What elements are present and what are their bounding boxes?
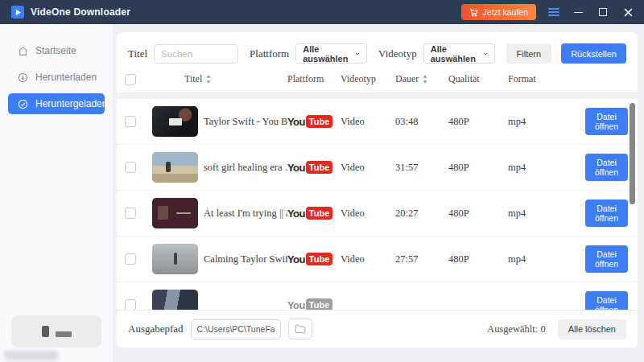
- platform-dropdown-value: Alle auswählen: [303, 44, 350, 64]
- header-platform: Plattform: [287, 73, 341, 85]
- video-thumbnail: [152, 290, 198, 310]
- search-input[interactable]: [154, 44, 238, 64]
- video-duration: 03:48: [395, 116, 448, 128]
- app-logo-icon: [11, 6, 24, 19]
- buy-button-label: Jetzt kaufen: [482, 7, 528, 17]
- sidebar-item-heruntergeladen[interactable]: Heruntergeladen: [8, 93, 105, 114]
- row-checkbox[interactable]: [125, 116, 136, 127]
- sidebar-item-herunterladen[interactable]: Herunterladen: [8, 67, 105, 88]
- youtube-logo: YouTube: [287, 161, 341, 174]
- browse-folder-button[interactable]: [288, 319, 312, 339]
- table-row: Calming Taylor Swift… YouTube Video 27:5…: [117, 237, 638, 282]
- youtube-logo: YouTube: [287, 207, 341, 220]
- filter-bar: Titel Plattform Alle auswählen Videotyp …: [117, 32, 638, 66]
- sidebar-item-label: Heruntergeladen: [35, 98, 107, 109]
- youtube-logo: YouTube: [287, 115, 341, 128]
- title-filter-label: Titel: [128, 47, 147, 60]
- table-header: Titel Plattform Videotyp Dauer Qualität …: [117, 66, 638, 93]
- platform-filter-label: Plattform: [250, 47, 289, 60]
- app-title: VideOne Downloader: [31, 6, 130, 18]
- maximize-icon: [599, 8, 607, 16]
- app-identity: VideOne Downloader: [11, 6, 130, 19]
- open-file-button[interactable]: Datei öffnen: [585, 200, 628, 227]
- header-videotype: Videotyp: [341, 73, 395, 85]
- videotype-dropdown[interactable]: Alle auswählen: [423, 43, 495, 64]
- sidebar-item-startseite[interactable]: Startseite: [8, 40, 105, 61]
- video-thumbnail: [152, 106, 198, 137]
- row-checkbox[interactable]: [125, 162, 136, 173]
- footer-bar: Ausgabepfad Ausgewählt: 0 Alle löschen: [117, 310, 638, 348]
- check-circle-icon: [18, 99, 28, 109]
- sidebar-item-label: Startseite: [35, 45, 76, 56]
- video-thumbnail: [152, 198, 198, 228]
- folder-icon: [295, 324, 306, 334]
- header-duration: Dauer: [395, 73, 448, 85]
- close-icon: [624, 8, 633, 17]
- sort-icon[interactable]: [205, 75, 212, 84]
- open-file-button[interactable]: Datei öffnen: [585, 108, 628, 135]
- buy-button[interactable]: Jetzt kaufen: [461, 4, 536, 20]
- header-format: Format: [508, 73, 585, 85]
- video-quality: 480P: [448, 253, 508, 265]
- selected-count-label: Ausgewählt: 0: [487, 323, 546, 335]
- videotype-dropdown-value: Alle auswählen: [431, 44, 478, 64]
- video-quality: 480P: [448, 208, 508, 220]
- video-format: mp4: [508, 253, 585, 265]
- youtube-logo: YouTube: [287, 253, 341, 265]
- clear-all-button[interactable]: Alle löschen: [558, 319, 626, 339]
- sort-icon[interactable]: [422, 75, 428, 84]
- table-row: YouTube Datei öffnen: [117, 282, 638, 310]
- sidebar: Startseite Herunterladen Heruntergeladen: [0, 24, 113, 362]
- video-type: Video: [341, 162, 395, 174]
- table-row: Taylor Swift - You Be… YouTube Video 03:…: [117, 99, 638, 145]
- maximize-button[interactable]: [597, 6, 609, 19]
- video-title: Taylor Swift - You Be…: [204, 116, 287, 128]
- select-all-checkbox[interactable]: [125, 74, 136, 85]
- chevron-down-icon: [355, 51, 360, 56]
- open-file-button[interactable]: Datei öffnen: [585, 245, 628, 273]
- main-panel: Titel Plattform Alle auswählen Videotyp …: [117, 32, 638, 348]
- video-format: mp4: [508, 162, 585, 174]
- selected-count-value: 0: [540, 323, 545, 335]
- close-button[interactable]: [621, 6, 634, 19]
- titlebar: VideOne Downloader Jetzt kaufen: [0, 0, 644, 24]
- video-type: Video: [341, 253, 395, 265]
- table-row: At least I'm trying || a… YouTube Video …: [117, 191, 638, 237]
- row-checkbox[interactable]: [125, 253, 136, 265]
- video-duration: 31:57: [395, 162, 448, 174]
- row-checkbox[interactable]: [125, 208, 136, 219]
- open-file-button[interactable]: Datei öffnen: [585, 291, 628, 310]
- banner-device-icon: [56, 331, 72, 337]
- open-file-button[interactable]: Datei öffnen: [585, 154, 628, 181]
- video-type: Video: [341, 208, 395, 220]
- video-quality: 480P: [448, 162, 508, 174]
- platform-dropdown[interactable]: Alle auswählen: [295, 43, 367, 64]
- video-title: At least I'm trying || a…: [204, 208, 287, 220]
- sidebar-item-label: Herunterladen: [35, 72, 97, 83]
- header-title: Titel: [152, 73, 287, 85]
- videotype-filter-label: Videotyp: [378, 47, 417, 60]
- banner-figure-icon: [42, 326, 49, 337]
- output-path-label: Ausgabepfad: [128, 323, 184, 335]
- scrollbar-thumb[interactable]: [630, 103, 635, 204]
- video-thumbnail: [152, 244, 198, 274]
- video-title: soft girl healing era …: [204, 162, 287, 174]
- minimize-button[interactable]: [572, 6, 584, 19]
- home-icon: [18, 46, 28, 56]
- video-thumbnail: [152, 152, 198, 183]
- download-list: Taylor Swift - You Be… YouTube Video 03:…: [117, 99, 638, 310]
- output-path-input[interactable]: [191, 319, 281, 339]
- header-quality: Qualität: [448, 73, 508, 85]
- reset-button[interactable]: Rückstellen: [561, 43, 626, 64]
- filter-button[interactable]: Filtern: [506, 43, 552, 64]
- table-separator: [117, 93, 638, 99]
- menu-icon[interactable]: [548, 8, 559, 16]
- video-title: Calming Taylor Swift…: [204, 253, 287, 265]
- sidebar-watermark: [5, 351, 58, 360]
- youtube-logo: YouTube: [287, 298, 341, 310]
- video-format: mp4: [508, 208, 585, 220]
- row-checkbox[interactable]: [125, 299, 136, 310]
- sidebar-banner: [11, 315, 101, 348]
- chevron-down-icon: [483, 51, 488, 56]
- minimize-icon: [574, 12, 583, 13]
